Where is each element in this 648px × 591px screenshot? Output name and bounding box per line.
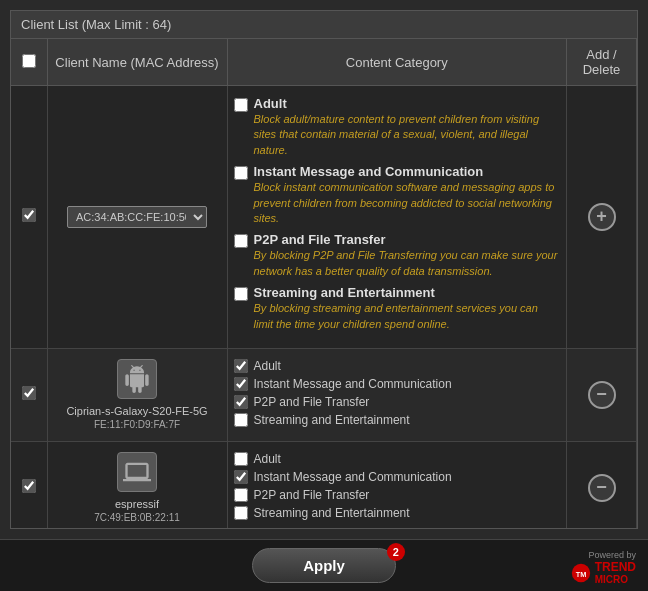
category-text-p2p: P2P and File Transfer By blocking P2P an…	[254, 232, 561, 279]
row1-checkbox[interactable]	[22, 208, 36, 222]
table-row: Ciprian-s-Galaxy-S20-FE-5G FE:11:F0:D9:F…	[11, 348, 637, 441]
trend-text: TREND	[595, 561, 636, 574]
row3-cat-streaming-label: Streaming and Entertainment	[254, 506, 410, 520]
table-wrapper: Client List (Max Limit : 64) Client Name…	[10, 10, 638, 529]
android-svg	[123, 365, 151, 393]
cat-im-checkbox[interactable]	[234, 166, 248, 180]
category-name: Adult	[254, 96, 561, 111]
client-mac: FE:11:F0:D9:FA:7F	[94, 419, 180, 430]
table-row: AC:34:AB:CC:FE:10:50 Adult Block adult/m…	[11, 86, 637, 349]
table-row: espressif 7C:49:EB:0B:22:11 Adult	[11, 441, 637, 529]
trend-micro-icon: TM	[570, 562, 592, 584]
brand-name-text: TREND MICRO	[595, 561, 636, 585]
trend-micro-logo: TM TREND MICRO	[570, 561, 636, 585]
row1-categories-cell: Adult Block adult/mature content to prev…	[227, 86, 567, 349]
add-button[interactable]: +	[588, 203, 616, 231]
row3-cat-p2p: P2P and File Transfer	[234, 488, 561, 502]
category-text-im: Instant Message and Communication Block …	[254, 164, 561, 226]
main-container: Client List (Max Limit : 64) Client Name…	[0, 0, 648, 591]
row3-cat-streaming-cb[interactable]	[234, 506, 248, 520]
row3-cat-adult-cb[interactable]	[234, 452, 248, 466]
category-desc-im: Block instant communication software and…	[254, 180, 561, 226]
first-row-client: AC:34:AB:CC:FE:10:50	[54, 202, 221, 232]
row3-action-cell: −	[567, 441, 637, 529]
row1-client-cell: AC:34:AB:CC:FE:10:50	[47, 86, 227, 349]
row1-action-cell: +	[567, 86, 637, 349]
client-name: Ciprian-s-Galaxy-S20-FE-5G	[66, 405, 207, 417]
simple-cat-streaming: Streaming and Entertainment	[234, 413, 561, 427]
table-title: Client List (Max Limit : 64)	[11, 11, 637, 39]
row2-checkbox-cell	[11, 348, 47, 441]
cat-adult-label: Adult	[254, 359, 281, 373]
simple-cat-p2p: P2P and File Transfer	[234, 395, 561, 409]
category-item-im: Instant Message and Communication Block …	[234, 164, 561, 226]
category-name-streaming: Streaming and Entertainment	[254, 285, 561, 300]
delete-button-row2[interactable]: −	[588, 381, 616, 409]
category-block: Adult Block adult/mature content to prev…	[234, 92, 561, 342]
row2-categories-cell: Adult Instant Message and Communication …	[227, 348, 567, 441]
powered-by-text: Powered by	[588, 550, 636, 560]
row2-cat-streaming-cb[interactable]	[234, 413, 248, 427]
category-name-im: Instant Message and Communication	[254, 164, 561, 179]
cat-adult-checkbox[interactable]	[234, 98, 248, 112]
client-name-espressif: espressif	[115, 498, 159, 510]
client-info-espressif: espressif 7C:49:EB:0B:22:11	[54, 452, 221, 523]
category-block-2: Adult Instant Message and Communication …	[234, 355, 561, 435]
category-text: Adult Block adult/mature content to prev…	[254, 96, 561, 158]
delete-btn-container: − 1 →	[573, 381, 630, 409]
header-action-col: Add / Delete	[567, 39, 637, 86]
category-block-3: Adult Instant Message and Communication …	[234, 448, 561, 528]
row3-cat-p2p-cb[interactable]	[234, 488, 248, 502]
header-client-col: Client Name (MAC Address)	[47, 39, 227, 86]
simple-cat-adult: Adult	[234, 359, 561, 373]
laptop-svg	[123, 458, 151, 486]
mac-address-select[interactable]: AC:34:AB:CC:FE:10:50	[67, 206, 207, 228]
cat-p2p-checkbox[interactable]	[234, 234, 248, 248]
micro-text: MICRO	[595, 574, 636, 585]
header-checkbox-col	[11, 39, 47, 86]
laptop-device-icon	[117, 452, 157, 492]
client-table: Client Name (MAC Address) Content Catego…	[11, 39, 637, 529]
header-category-col: Content Category	[227, 39, 567, 86]
row2-action-cell: − 1 →	[567, 348, 637, 441]
client-info: Ciprian-s-Galaxy-S20-FE-5G FE:11:F0:D9:F…	[54, 359, 221, 430]
row2-client-cell: Ciprian-s-Galaxy-S20-FE-5G FE:11:F0:D9:F…	[47, 348, 227, 441]
category-item-adult: Adult Block adult/mature content to prev…	[234, 96, 561, 158]
row2-cat-adult-cb[interactable]	[234, 359, 248, 373]
row2-checkbox[interactable]	[22, 386, 36, 400]
category-text-streaming: Streaming and Entertainment By blocking …	[254, 285, 561, 332]
category-item-streaming: Streaming and Entertainment By blocking …	[234, 285, 561, 332]
category-desc-streaming: By blocking streaming and entertainment …	[254, 301, 561, 332]
row3-checkbox[interactable]	[22, 479, 36, 493]
client-mac-espressif: 7C:49:EB:0B:22:11	[94, 512, 180, 523]
category-desc-p2p: By blocking P2P and File Transferring yo…	[254, 248, 561, 279]
row3-cat-im-label: Instant Message and Communication	[254, 470, 452, 484]
apply-label: Apply	[303, 557, 345, 574]
row3-cat-im-cb[interactable]	[234, 470, 248, 484]
row3-categories-cell: Adult Instant Message and Communication …	[227, 441, 567, 529]
delete-button-row3[interactable]: −	[588, 474, 616, 502]
row3-cat-adult-label: Adult	[254, 452, 281, 466]
apply-button[interactable]: Apply 2	[252, 548, 396, 583]
row2-cat-p2p-cb[interactable]	[234, 395, 248, 409]
row-checkbox-cell	[11, 86, 47, 349]
row3-cat-adult: Adult	[234, 452, 561, 466]
category-name-p2p: P2P and File Transfer	[254, 232, 561, 247]
row3-cat-im: Instant Message and Communication	[234, 470, 561, 484]
cat-streaming-checkbox[interactable]	[234, 287, 248, 301]
category-desc: Block adult/mature content to prevent ch…	[254, 112, 561, 158]
cat-p2p-label: P2P and File Transfer	[254, 395, 370, 409]
android-device-icon	[117, 359, 157, 399]
category-item-p2p: P2P and File Transfer By blocking P2P an…	[234, 232, 561, 279]
apply-annotation-badge: 2	[387, 543, 405, 561]
row3-checkbox-cell	[11, 441, 47, 529]
svg-text:TM: TM	[575, 570, 586, 579]
row2-cat-im-cb[interactable]	[234, 377, 248, 391]
row3-cat-p2p-label: P2P and File Transfer	[254, 488, 370, 502]
footer: Apply 2 Powered by TM TREND MICRO	[0, 539, 648, 591]
row3-client-cell: espressif 7C:49:EB:0B:22:11	[47, 441, 227, 529]
row3-cat-streaming: Streaming and Entertainment	[234, 506, 561, 520]
select-all-checkbox[interactable]	[22, 54, 36, 68]
brand-logo: Powered by TM TREND MICRO	[570, 550, 636, 585]
cat-im-label: Instant Message and Communication	[254, 377, 452, 391]
